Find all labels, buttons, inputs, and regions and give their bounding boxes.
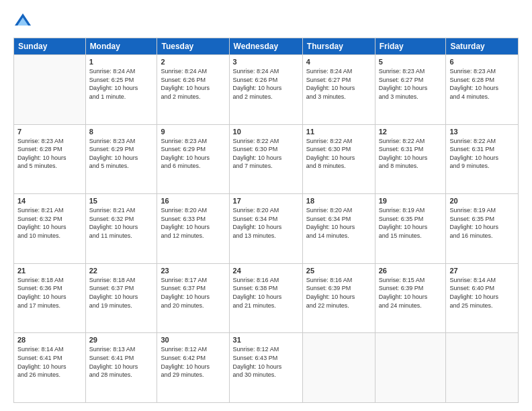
day-number: 18 — [306, 197, 371, 205]
day-info: Sunrise: 8:15 AM Sunset: 6:39 PM Dayligh… — [379, 276, 443, 310]
day-number: 21 — [17, 267, 82, 275]
calendar-cell: 4Sunrise: 8:24 AM Sunset: 6:27 PM Daylig… — [302, 55, 375, 125]
logo — [13, 12, 35, 31]
calendar-cell: 28Sunrise: 8:14 AM Sunset: 6:41 PM Dayli… — [14, 333, 86, 403]
week-row: 7Sunrise: 8:23 AM Sunset: 6:28 PM Daylig… — [14, 124, 519, 194]
day-number: 28 — [17, 336, 82, 344]
day-number: 27 — [449, 267, 515, 275]
day-number: 14 — [17, 197, 82, 205]
day-number: 30 — [161, 336, 225, 344]
day-number: 20 — [449, 197, 515, 205]
calendar-cell: 27Sunrise: 8:14 AM Sunset: 6:40 PM Dayli… — [446, 263, 519, 333]
calendar-cell: 5Sunrise: 8:23 AM Sunset: 6:27 PM Daylig… — [375, 55, 446, 125]
calendar-cell: 16Sunrise: 8:20 AM Sunset: 6:33 PM Dayli… — [157, 194, 229, 264]
day-info: Sunrise: 8:18 AM Sunset: 6:37 PM Dayligh… — [89, 276, 154, 310]
day-number: 15 — [89, 197, 154, 205]
day-info: Sunrise: 8:13 AM Sunset: 6:41 PM Dayligh… — [89, 345, 154, 379]
day-number: 13 — [449, 128, 515, 136]
day-info: Sunrise: 8:14 AM Sunset: 6:41 PM Dayligh… — [17, 345, 82, 379]
calendar-cell: 15Sunrise: 8:21 AM Sunset: 6:32 PM Dayli… — [85, 194, 157, 264]
day-number: 26 — [379, 267, 443, 275]
day-header: Tuesday — [157, 38, 229, 55]
week-row: 28Sunrise: 8:14 AM Sunset: 6:41 PM Dayli… — [14, 333, 519, 403]
day-info: Sunrise: 8:24 AM Sunset: 6:27 PM Dayligh… — [306, 67, 371, 101]
day-info: Sunrise: 8:19 AM Sunset: 6:35 PM Dayligh… — [379, 206, 443, 240]
day-info: Sunrise: 8:22 AM Sunset: 6:30 PM Dayligh… — [306, 137, 371, 171]
day-info: Sunrise: 8:16 AM Sunset: 6:39 PM Dayligh… — [306, 276, 371, 310]
calendar-cell: 24Sunrise: 8:16 AM Sunset: 6:38 PM Dayli… — [229, 263, 302, 333]
day-number: 3 — [233, 58, 299, 66]
day-number: 10 — [233, 128, 299, 136]
day-info: Sunrise: 8:19 AM Sunset: 6:35 PM Dayligh… — [449, 206, 515, 240]
day-info: Sunrise: 8:22 AM Sunset: 6:31 PM Dayligh… — [449, 137, 515, 171]
day-header: Friday — [375, 38, 446, 55]
calendar-cell: 8Sunrise: 8:23 AM Sunset: 6:29 PM Daylig… — [85, 124, 157, 194]
day-number: 6 — [449, 58, 515, 66]
day-info: Sunrise: 8:23 AM Sunset: 6:27 PM Dayligh… — [379, 67, 443, 101]
calendar-cell — [14, 55, 86, 125]
day-number: 12 — [379, 128, 443, 136]
day-number: 5 — [379, 58, 443, 66]
calendar-cell: 21Sunrise: 8:18 AM Sunset: 6:36 PM Dayli… — [14, 263, 86, 333]
day-header: Thursday — [302, 38, 375, 55]
day-info: Sunrise: 8:21 AM Sunset: 6:32 PM Dayligh… — [89, 206, 154, 240]
week-row: 1Sunrise: 8:24 AM Sunset: 6:25 PM Daylig… — [14, 55, 519, 125]
day-info: Sunrise: 8:22 AM Sunset: 6:30 PM Dayligh… — [233, 137, 299, 171]
week-row: 14Sunrise: 8:21 AM Sunset: 6:32 PM Dayli… — [14, 194, 519, 264]
day-header: Monday — [85, 38, 157, 55]
day-number: 7 — [17, 128, 82, 136]
calendar-cell: 13Sunrise: 8:22 AM Sunset: 6:31 PM Dayli… — [446, 124, 519, 194]
calendar-cell: 12Sunrise: 8:22 AM Sunset: 6:31 PM Dayli… — [375, 124, 446, 194]
day-number: 8 — [89, 128, 154, 136]
logo-icon — [13, 12, 32, 31]
day-number: 22 — [89, 267, 154, 275]
day-info: Sunrise: 8:12 AM Sunset: 6:42 PM Dayligh… — [161, 345, 225, 379]
calendar-cell: 25Sunrise: 8:16 AM Sunset: 6:39 PM Dayli… — [302, 263, 375, 333]
day-info: Sunrise: 8:20 AM Sunset: 6:34 PM Dayligh… — [306, 206, 371, 240]
day-info: Sunrise: 8:24 AM Sunset: 6:26 PM Dayligh… — [233, 67, 299, 101]
calendar-cell: 7Sunrise: 8:23 AM Sunset: 6:28 PM Daylig… — [14, 124, 86, 194]
calendar-cell: 31Sunrise: 8:12 AM Sunset: 6:43 PM Dayli… — [229, 333, 302, 403]
day-number: 24 — [233, 267, 299, 275]
day-info: Sunrise: 8:12 AM Sunset: 6:43 PM Dayligh… — [233, 345, 299, 379]
calendar-cell: 2Sunrise: 8:24 AM Sunset: 6:26 PM Daylig… — [157, 55, 229, 125]
day-info: Sunrise: 8:23 AM Sunset: 6:29 PM Dayligh… — [161, 137, 225, 171]
calendar-cell: 20Sunrise: 8:19 AM Sunset: 6:35 PM Dayli… — [446, 194, 519, 264]
week-row: 21Sunrise: 8:18 AM Sunset: 6:36 PM Dayli… — [14, 263, 519, 333]
day-info: Sunrise: 8:24 AM Sunset: 6:26 PM Dayligh… — [161, 67, 225, 101]
calendar-cell: 1Sunrise: 8:24 AM Sunset: 6:25 PM Daylig… — [85, 55, 157, 125]
day-info: Sunrise: 8:14 AM Sunset: 6:40 PM Dayligh… — [449, 276, 515, 310]
calendar-cell: 14Sunrise: 8:21 AM Sunset: 6:32 PM Dayli… — [14, 194, 86, 264]
calendar-cell: 11Sunrise: 8:22 AM Sunset: 6:30 PM Dayli… — [302, 124, 375, 194]
day-info: Sunrise: 8:20 AM Sunset: 6:34 PM Dayligh… — [233, 206, 299, 240]
day-number: 9 — [161, 128, 225, 136]
day-number: 29 — [89, 336, 154, 344]
calendar-cell: 9Sunrise: 8:23 AM Sunset: 6:29 PM Daylig… — [157, 124, 229, 194]
calendar-cell: 18Sunrise: 8:20 AM Sunset: 6:34 PM Dayli… — [302, 194, 375, 264]
day-info: Sunrise: 8:23 AM Sunset: 6:28 PM Dayligh… — [449, 67, 515, 101]
day-header: Saturday — [446, 38, 519, 55]
day-info: Sunrise: 8:24 AM Sunset: 6:25 PM Dayligh… — [89, 67, 154, 101]
day-info: Sunrise: 8:21 AM Sunset: 6:32 PM Dayligh… — [17, 206, 82, 240]
day-number: 25 — [306, 267, 371, 275]
calendar-cell: 22Sunrise: 8:18 AM Sunset: 6:37 PM Dayli… — [85, 263, 157, 333]
calendar-cell — [446, 333, 519, 403]
calendar-cell: 29Sunrise: 8:13 AM Sunset: 6:41 PM Dayli… — [85, 333, 157, 403]
calendar-cell: 30Sunrise: 8:12 AM Sunset: 6:42 PM Dayli… — [157, 333, 229, 403]
calendar-cell: 6Sunrise: 8:23 AM Sunset: 6:28 PM Daylig… — [446, 55, 519, 125]
day-info: Sunrise: 8:18 AM Sunset: 6:36 PM Dayligh… — [17, 276, 82, 310]
calendar: SundayMondayTuesdayWednesdayThursdayFrid… — [13, 38, 519, 403]
page: SundayMondayTuesdayWednesdayThursdayFrid… — [0, 0, 532, 411]
day-number: 11 — [306, 128, 371, 136]
day-info: Sunrise: 8:23 AM Sunset: 6:29 PM Dayligh… — [89, 137, 154, 171]
calendar-cell: 26Sunrise: 8:15 AM Sunset: 6:39 PM Dayli… — [375, 263, 446, 333]
calendar-cell: 3Sunrise: 8:24 AM Sunset: 6:26 PM Daylig… — [229, 55, 302, 125]
calendar-cell — [375, 333, 446, 403]
day-info: Sunrise: 8:16 AM Sunset: 6:38 PM Dayligh… — [233, 276, 299, 310]
calendar-header-row: SundayMondayTuesdayWednesdayThursdayFrid… — [14, 38, 519, 55]
day-number: 4 — [306, 58, 371, 66]
day-info: Sunrise: 8:22 AM Sunset: 6:31 PM Dayligh… — [379, 137, 443, 171]
calendar-cell — [302, 333, 375, 403]
day-number: 1 — [89, 58, 154, 66]
day-number: 19 — [379, 197, 443, 205]
